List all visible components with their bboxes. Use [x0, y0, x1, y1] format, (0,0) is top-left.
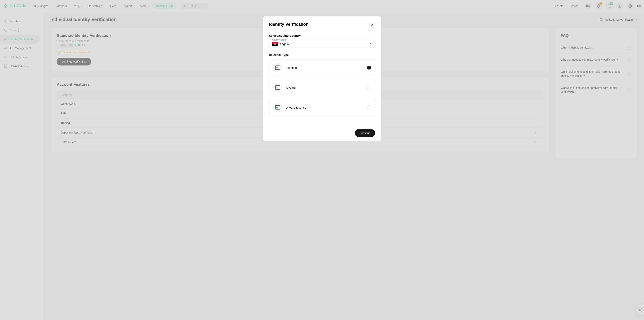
svg-point-20: [276, 108, 277, 109]
modal-header: Identity Verification ✕: [263, 16, 381, 31]
icon-wrap: [273, 83, 282, 92]
caret-down-icon: ▼: [370, 43, 372, 45]
close-icon: ✕: [371, 23, 373, 26]
drivers-license-icon: [275, 105, 281, 110]
id-option-drivers[interactable]: Driver's License: [269, 99, 375, 116]
id-section-label: Select ID Type: [269, 53, 375, 56]
radio-unchecked-icon: [367, 105, 371, 109]
id-option-passport[interactable]: Passport ✓: [269, 59, 375, 76]
id-option-idcard[interactable]: ID Card: [269, 79, 375, 96]
angola-flag-icon: [272, 42, 278, 46]
modal-overlay: Identity Verification ✕ Select Issuing C…: [0, 0, 644, 320]
modal-title: Identity Verification: [269, 22, 308, 27]
icon-wrap: [273, 63, 282, 72]
option-label: Driver's License: [286, 106, 364, 109]
modal-footer: Continue: [263, 125, 381, 141]
idcard-icon: [275, 85, 281, 90]
select-hint: Country/Region: [272, 38, 288, 41]
icon-wrap: [273, 103, 282, 112]
continue-button[interactable]: Continue: [355, 129, 375, 137]
svg-point-18: [276, 87, 277, 87]
option-label: Passport: [286, 66, 364, 69]
radio-unchecked-icon: [367, 85, 371, 89]
passport-icon: [275, 65, 281, 70]
modal-body: Select Issuing Country Country/Region An…: [263, 31, 381, 125]
radio-checked-icon: ✓: [367, 66, 371, 70]
svg-point-21: [277, 108, 278, 109]
country-select[interactable]: Country/Region Angola ▼: [269, 40, 375, 48]
identity-modal: Identity Verification ✕ Select Issuing C…: [263, 16, 381, 141]
option-label: ID Card: [286, 86, 364, 89]
country-section-label: Select Issuing Country: [269, 34, 375, 37]
close-button[interactable]: ✕: [369, 22, 375, 28]
country-value: Angola: [280, 42, 368, 46]
